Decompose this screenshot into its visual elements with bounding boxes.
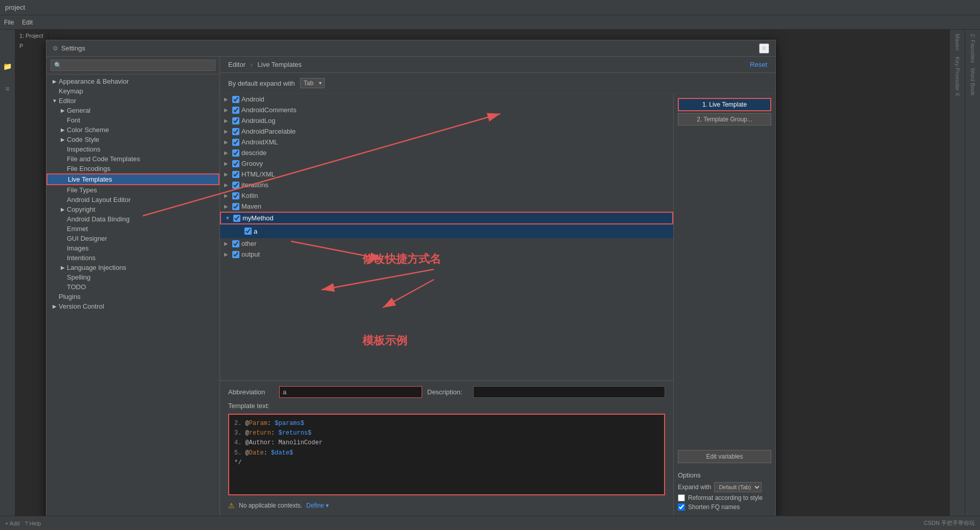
sidebar-item-spelling[interactable]: Spelling	[46, 272, 219, 282]
check-kotlin[interactable]	[232, 192, 239, 199]
sidebar-item-gui-designer[interactable]: GUI Designer	[46, 234, 219, 243]
check-androidparcelable[interactable]	[232, 128, 239, 135]
sidebar-item-copyright[interactable]: ▶ Copyright	[46, 205, 219, 214]
status-help[interactable]: ? Help	[24, 520, 41, 526]
check-maven[interactable]	[232, 203, 239, 210]
arrow-htmlxml: ▶	[224, 171, 230, 177]
tpl-group-androidparcelable[interactable]: ▶ AndroidParcelable	[220, 126, 673, 137]
check-descride[interactable]	[232, 149, 239, 157]
tpl-group-htmlxml[interactable]: ▶ HTML/XML	[220, 169, 673, 180]
define-link[interactable]: Define ▾	[306, 502, 329, 509]
sidebar-item-appearance[interactable]: ▶ Appearance & Behavior	[46, 77, 219, 86]
dialog-close-button[interactable]: ×	[759, 43, 769, 54]
sidebar-item-file-types[interactable]: File Types	[46, 185, 219, 195]
wordbook-strip[interactable]: Word Book	[969, 66, 977, 97]
label-language-injections: Language Injections	[67, 264, 126, 271]
sidebar-item-color-scheme[interactable]: ▶ Color Scheme	[46, 125, 219, 135]
expand-with-select[interactable]: Default (Tab)	[714, 482, 762, 492]
check-iterations[interactable]	[232, 182, 239, 189]
sidebar-item-version-control[interactable]: ▶ Version Control	[46, 301, 219, 311]
sidebar-item-editor[interactable]: ▼ Editor	[46, 96, 219, 106]
dialog-title: Settings	[61, 44, 85, 52]
sidebar-item-live-templates[interactable]: Live Templates	[46, 173, 219, 185]
label-version-control: Version Control	[59, 302, 104, 310]
shorten-checkbox[interactable]	[678, 503, 685, 511]
templates-list: ▶ Android ▶ AndroidComments	[220, 94, 673, 381]
search-input[interactable]	[51, 60, 215, 71]
name-kotlin: Kotlin	[241, 192, 258, 199]
sidebar-item-images[interactable]: Images	[46, 243, 219, 253]
sidebar-item-font[interactable]: Font	[46, 115, 219, 125]
sidebar-item-keymap[interactable]: Keymap	[46, 86, 219, 96]
tpl-group-androidxml[interactable]: ▶ AndroidXML	[220, 137, 673, 147]
content-main: ▶ Android ▶ AndroidComments	[220, 94, 775, 516]
name-groovy: Groovy	[241, 160, 263, 167]
sidebar-item-language-injections[interactable]: ▶ Language Injections	[46, 263, 219, 272]
favorites-strip[interactable]: 2: Favorites	[969, 32, 977, 65]
check-androidlog[interactable]	[232, 117, 239, 124]
sidebar-item-general[interactable]: ▶ General	[46, 106, 219, 115]
reformat-checkbox[interactable]	[678, 494, 685, 501]
edit-variables-button[interactable]: Edit variables	[678, 450, 771, 463]
sidebar-item-intentions[interactable]: Intentions	[46, 253, 219, 263]
keypromoter-strip[interactable]: Key Promoter X	[953, 55, 962, 98]
tpl-group-groovy[interactable]: ▶ Groovy	[220, 158, 673, 169]
sidebar-item-file-code-templates[interactable]: File and Code Templates	[46, 154, 219, 164]
tpl-group-kotlin[interactable]: ▶ Kotlin	[220, 190, 673, 201]
tpl-item-a[interactable]: a	[220, 224, 673, 238]
check-htmlxml[interactable]	[232, 171, 239, 178]
expand-dropdown[interactable]: Tab	[300, 78, 325, 88]
sidebar-item-android-layout[interactable]: Android Layout Editor	[46, 195, 219, 205]
dialog-titlebar: ⚙ Settings ×	[46, 40, 775, 57]
check-other[interactable]	[232, 240, 239, 247]
sidebar-item-emmet[interactable]: Emmet	[46, 224, 219, 234]
reset-button[interactable]: Reset	[750, 61, 767, 68]
arrow-version-control: ▶	[51, 304, 59, 309]
sidebar-item-inspections[interactable]: Inspections	[46, 144, 219, 154]
description-input[interactable]	[473, 386, 665, 398]
right-panel: 1. Live Template 2. Template Group... Ed…	[673, 94, 775, 516]
label-android-data-binding: Android Data Binding	[67, 215, 130, 223]
maven-strip[interactable]: Maven	[953, 32, 962, 53]
ide-title: project	[5, 4, 25, 11]
sidebar-item-file-encodings[interactable]: File Encodings	[46, 164, 219, 173]
tpl-group-android[interactable]: ▶ Android	[220, 94, 673, 105]
tpl-group-maven[interactable]: ▶ Maven	[220, 201, 673, 212]
check-mymethod[interactable]	[233, 215, 240, 222]
status-add[interactable]: + Add	[5, 520, 19, 526]
sidebar-item-todo[interactable]: TODO	[46, 282, 219, 292]
tpl-group-mymethod[interactable]: ▼ myMethod	[220, 212, 673, 224]
tpl-group-androidlog[interactable]: ▶ AndroidLog	[220, 115, 673, 126]
check-androidcomments[interactable]	[232, 107, 239, 114]
check-groovy[interactable]	[232, 160, 239, 167]
check-androidxml[interactable]	[232, 139, 239, 146]
tpl-group-androidcomments[interactable]: ▶ AndroidComments	[220, 105, 673, 115]
ide-menu: File Edit	[0, 15, 980, 30]
menu-edit[interactable]: Edit	[22, 19, 33, 26]
abbreviation-input[interactable]	[279, 386, 422, 398]
label-editor: Editor	[59, 97, 76, 105]
template-line-2: 3. @return: $returns$	[234, 428, 659, 438]
settings-sidebar: ▶ Appearance & Behavior Keymap ▼	[46, 57, 220, 516]
arrow-groovy: ▶	[224, 161, 230, 166]
template-text-area[interactable]: 2. @Param: $params$ 3. @return: $returns…	[228, 414, 665, 495]
tpl-group-iterations[interactable]: ▶ iterations	[220, 180, 673, 190]
template-group-button[interactable]: 2. Template Group...	[678, 113, 771, 125]
name-descride: descride	[241, 149, 266, 157]
sidebar-item-plugins[interactable]: Plugins	[46, 292, 219, 301]
tpl-group-output[interactable]: ▶ output	[220, 249, 673, 260]
project-icon[interactable]: 📁	[2, 60, 14, 72]
live-template-button[interactable]: 1. Live Template	[678, 98, 771, 111]
name-htmlxml: HTML/XML	[241, 170, 275, 178]
arrow-other: ▶	[224, 241, 230, 246]
structure-icon[interactable]: ≡	[2, 83, 14, 95]
menu-file[interactable]: File	[4, 19, 14, 26]
arrow-maven: ▶	[224, 204, 230, 209]
sidebar-item-code-style[interactable]: ▶ Code Style	[46, 135, 219, 144]
check-android[interactable]	[232, 96, 239, 103]
tpl-group-descride[interactable]: ▶ descride	[220, 147, 673, 158]
tpl-group-other[interactable]: ▶ other	[220, 238, 673, 249]
check-output[interactable]	[232, 251, 239, 258]
check-a[interactable]	[244, 228, 252, 235]
sidebar-item-android-data-binding[interactable]: Android Data Binding	[46, 214, 219, 224]
